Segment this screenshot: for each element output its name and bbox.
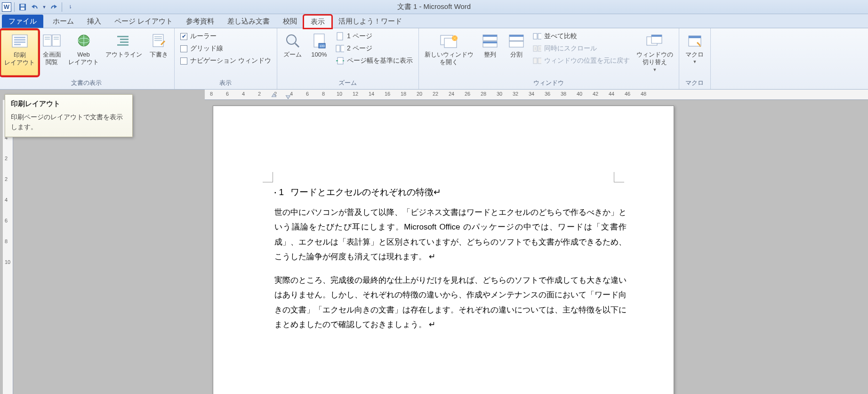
svg-rect-38: [483, 35, 497, 37]
vertical-ruler[interactable]: 42246810: [3, 100, 13, 394]
tab-extra[interactable]: 活用しよう！ワード: [332, 15, 409, 28]
svg-rect-51: [651, 35, 662, 37]
tab-mailings[interactable]: 差し込み文書: [221, 15, 276, 28]
arrange-icon: [481, 32, 499, 50]
ruler-tick: 16: [385, 91, 390, 97]
tab-references[interactable]: 参考資料: [179, 15, 221, 28]
document-page[interactable]: 1 ワードとエクセルのそれぞれの特徴↵ 世の中にパソコンが普及して以降、「ビジネ…: [213, 106, 674, 394]
reset-window-position-button: ウィンドウの位置を元に戻す: [530, 55, 633, 67]
undo-icon[interactable]: [30, 2, 40, 12]
new-window-button[interactable]: 新しいウィンドウ を開く: [422, 30, 476, 75]
chevron-down-icon: ▼: [652, 67, 657, 72]
group-label-document-views: 文書の表示: [1, 78, 171, 88]
document-body[interactable]: 1 ワードとエクセルのそれぞれの特徴↵ 世の中にパソコンが普及して以降、「ビジネ…: [274, 186, 627, 341]
macros-button[interactable]: マクロ ▼: [682, 30, 707, 75]
ruler-tick: 46: [625, 91, 630, 97]
zoom-button[interactable]: ズーム: [280, 30, 305, 75]
view-side-by-side-button[interactable]: 並べて比較: [530, 30, 633, 42]
horizontal-ruler[interactable]: 8642246810121416182022242628303234363840…: [205, 90, 868, 100]
paragraph-2: 実際のところ、完成後の最終的な仕上がりだけを見れば、どちらのソフトで作成しても大…: [274, 273, 627, 332]
svg-rect-48: [538, 58, 541, 64]
svg-rect-53: [689, 36, 701, 38]
group-zoom: ズーム 100 100% 1 ページ 2 ページ ページ幅を基準に表示 ズーム: [277, 28, 419, 89]
ruler-tick: 14: [369, 91, 374, 97]
print-layout-button[interactable]: 印刷 レイアウト: [1, 30, 38, 75]
switch-windows-button[interactable]: ウィンドウの 切り替え ▼: [634, 30, 676, 75]
page-width-button[interactable]: ページ幅を基準に表示: [333, 55, 416, 67]
ruler-tick: 10: [5, 259, 10, 265]
ruler-tick: 12: [353, 91, 358, 97]
split-button[interactable]: 分割: [504, 30, 529, 75]
split-icon: [507, 32, 526, 50]
svg-rect-42: [509, 35, 523, 37]
crop-mark: [614, 172, 624, 182]
ruler-tick: 48: [641, 91, 646, 97]
ruler-tick: 36: [545, 91, 550, 97]
ruler-tick: 40: [577, 91, 582, 97]
gridlines-checkbox[interactable]: グリッド線: [177, 42, 226, 55]
tab-insert[interactable]: 挿入: [80, 15, 108, 28]
svg-rect-4: [14, 37, 25, 38]
save-icon[interactable]: [17, 2, 28, 12]
heading-text: ワードとエクセルのそれぞれの特徴↵: [290, 186, 441, 198]
svg-rect-9: [52, 35, 60, 46]
navigation-pane-checkbox[interactable]: ナビゲーション ウィンドウ: [177, 55, 274, 67]
draft-button[interactable]: 下書き: [146, 30, 171, 75]
ruler-tick: 6: [5, 218, 8, 223]
ruler-tick: 38: [561, 91, 566, 97]
tab-file[interactable]: ファイル: [2, 15, 43, 28]
group-label-show: 表示: [177, 78, 274, 88]
tooltip-title: 印刷レイアウト: [11, 99, 127, 108]
outline-button[interactable]: アウトライン: [103, 30, 145, 75]
web-layout-icon: [74, 32, 93, 50]
svg-rect-22: [154, 38, 162, 39]
ruler-tick: 26: [465, 91, 470, 97]
ruler-tick: 30: [497, 91, 502, 97]
tab-page-layout[interactable]: ページ レイアウト: [108, 15, 179, 28]
svg-marker-55: [272, 93, 276, 97]
new-window-icon: [440, 32, 458, 50]
first-line-indent-icon[interactable]: [272, 92, 276, 97]
svg-rect-1: [21, 4, 24, 7]
print-layout-icon: [10, 33, 29, 50]
undo-dropdown-icon[interactable]: ▼: [42, 2, 47, 12]
ruler-tick: 32: [513, 91, 518, 97]
redo-icon[interactable]: [48, 2, 59, 12]
svg-rect-29: [337, 33, 343, 40]
zoom-100-button[interactable]: 100 100%: [306, 30, 332, 75]
group-window: 新しいウィンドウ を開く 整列 分割 並べて比較 同時にスクロール ウィンドウの…: [419, 28, 679, 89]
qat-customize-icon[interactable]: ⇂: [65, 2, 75, 12]
arrange-all-button[interactable]: 整列: [477, 30, 503, 75]
page-width-icon: [336, 57, 344, 65]
ruler-tick: 18: [401, 91, 406, 97]
svg-line-25: [295, 43, 299, 47]
ruler-tick: 6: [306, 91, 309, 97]
ruler-tick: 4: [5, 197, 8, 203]
tab-home[interactable]: ホーム: [46, 15, 80, 28]
tab-review[interactable]: 校閲: [276, 15, 304, 28]
crop-mark: [263, 172, 273, 182]
draft-icon: [149, 32, 168, 50]
svg-rect-13: [54, 39, 59, 40]
hanging-indent-icon[interactable]: [286, 95, 290, 100]
web-layout-button[interactable]: Web レイアウト: [65, 30, 102, 75]
svg-rect-7: [14, 44, 21, 45]
two-pages-button[interactable]: 2 ページ: [333, 42, 416, 55]
svg-rect-3: [12, 35, 27, 47]
ruler-checkbox[interactable]: ✔ルーラー: [177, 30, 219, 42]
tab-view[interactable]: 表示: [304, 15, 332, 28]
svg-rect-21: [154, 36, 162, 37]
two-pages-icon: [336, 45, 344, 52]
svg-rect-2: [21, 8, 24, 10]
full-screen-reading-button[interactable]: 全画面 閲覧: [39, 30, 64, 75]
svg-rect-6: [14, 41, 25, 43]
one-page-button[interactable]: 1 ページ: [333, 30, 416, 42]
group-macros: マクロ ▼ マクロ: [679, 28, 711, 89]
ruler-tick: 8: [210, 91, 213, 97]
word-app-icon[interactable]: W: [2, 2, 11, 12]
ruler-tick: 24: [449, 91, 454, 97]
ribbon-tabs: ファイル ホーム 挿入 ページ レイアウト 参考資料 差し込み文書 校閲 表示 …: [0, 14, 868, 28]
group-label-macros: マクロ: [682, 78, 707, 88]
svg-rect-11: [45, 39, 50, 40]
svg-rect-16: [117, 36, 129, 37]
